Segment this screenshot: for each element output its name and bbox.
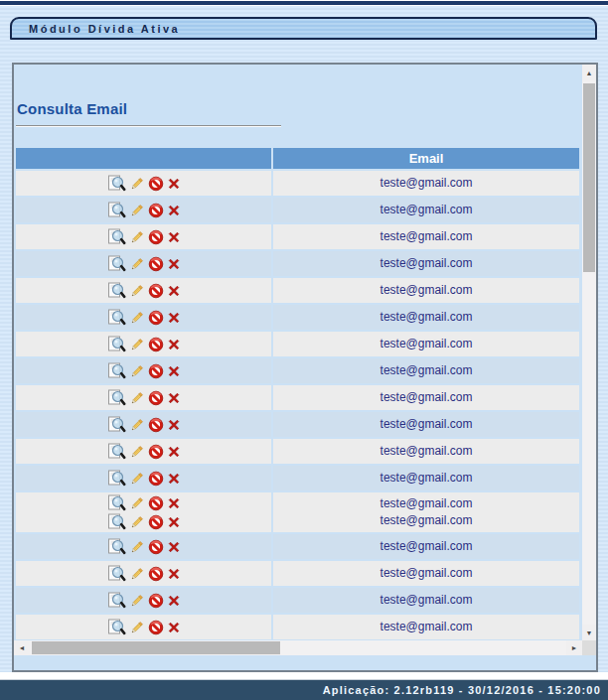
delete-x-icon[interactable] <box>167 445 181 459</box>
email-value: teste@gmail.com <box>380 255 473 272</box>
block-icon[interactable] <box>148 620 164 635</box>
row-actions-cell <box>16 332 271 356</box>
scroll-right-button[interactable]: ► <box>566 640 582 655</box>
row-action-icons <box>107 537 181 556</box>
block-icon[interactable] <box>148 176 164 192</box>
block-icon[interactable] <box>148 495 164 511</box>
edit-pencil-icon[interactable] <box>129 444 145 460</box>
row-action-icons <box>107 254 181 273</box>
preview-document-icon[interactable] <box>107 470 126 488</box>
delete-x-icon[interactable] <box>167 540 181 554</box>
block-icon[interactable] <box>148 593 164 609</box>
edit-pencil-icon[interactable] <box>129 514 145 530</box>
vertical-scrollbar[interactable]: ▲ ▼ <box>582 65 596 640</box>
horizontal-scrollbar[interactable]: ◄ ► <box>14 640 582 655</box>
email-value: teste@gmail.com <box>380 592 473 609</box>
delete-x-icon[interactable] <box>167 496 181 510</box>
delete-x-icon[interactable] <box>167 364 181 378</box>
edit-pencil-icon[interactable] <box>129 337 145 352</box>
preview-document-icon[interactable] <box>107 362 126 380</box>
delete-x-icon[interactable] <box>167 515 181 529</box>
preview-document-icon[interactable] <box>107 513 126 531</box>
email-column-label: Email <box>409 151 444 166</box>
email-table: Email teste@gmail.com teste@gmail.com te… <box>14 148 582 639</box>
preview-document-icon[interactable] <box>107 619 126 636</box>
delete-x-icon[interactable] <box>167 418 181 432</box>
delete-x-icon[interactable] <box>167 230 181 244</box>
preview-document-icon[interactable] <box>107 255 126 273</box>
block-icon[interactable] <box>148 444 164 460</box>
row-actions-cell <box>16 492 271 532</box>
preview-document-icon[interactable] <box>107 389 126 407</box>
edit-pencil-icon[interactable] <box>129 256 145 272</box>
edit-pencil-icon[interactable] <box>129 390 145 406</box>
table-row: teste@gmail.com <box>16 439 582 464</box>
email-value: teste@gmail.com <box>380 512 473 529</box>
preview-document-icon[interactable] <box>107 202 126 219</box>
edit-pencil-icon[interactable] <box>129 620 145 635</box>
edit-pencil-icon[interactable] <box>129 176 145 192</box>
title-underline <box>16 125 281 127</box>
delete-x-icon[interactable] <box>167 621 181 634</box>
block-icon[interactable] <box>148 363 164 379</box>
delete-x-icon[interactable] <box>167 472 181 486</box>
vertical-scroll-thumb[interactable] <box>583 83 595 272</box>
block-icon[interactable] <box>148 471 164 487</box>
delete-x-icon[interactable] <box>167 391 181 405</box>
edit-pencil-icon[interactable] <box>129 363 145 379</box>
edit-pencil-icon[interactable] <box>129 229 145 245</box>
block-icon[interactable] <box>148 337 164 352</box>
block-icon[interactable] <box>148 417 164 433</box>
row-email-cell: teste@gmail.com <box>273 588 579 613</box>
edit-pencil-icon[interactable] <box>129 203 145 218</box>
scrollbar-corner <box>582 640 596 655</box>
block-icon[interactable] <box>148 390 164 406</box>
delete-x-icon[interactable] <box>167 567 181 581</box>
scroll-down-button[interactable]: ▼ <box>582 625 596 640</box>
row-action-icons <box>107 308 181 327</box>
preview-document-icon[interactable] <box>107 282 126 300</box>
edit-pencil-icon[interactable] <box>129 566 145 582</box>
edit-pencil-icon[interactable] <box>129 539 145 555</box>
edit-pencil-icon[interactable] <box>129 310 145 326</box>
delete-x-icon[interactable] <box>167 338 181 351</box>
block-icon[interactable] <box>148 566 164 582</box>
delete-x-icon[interactable] <box>167 284 181 298</box>
block-icon[interactable] <box>148 283 164 299</box>
preview-document-icon[interactable] <box>107 592 126 610</box>
row-email-cell: teste@gmail.com <box>273 305 579 330</box>
preview-document-icon[interactable] <box>107 416 126 434</box>
edit-pencil-icon[interactable] <box>129 495 145 511</box>
preview-document-icon[interactable] <box>107 175 126 193</box>
row-action-icons <box>107 591 181 610</box>
block-icon[interactable] <box>148 539 164 555</box>
table-row: teste@gmail.com <box>16 534 582 559</box>
delete-x-icon[interactable] <box>167 311 181 325</box>
edit-pencil-icon[interactable] <box>129 471 145 487</box>
row-actions-cell <box>16 615 271 639</box>
block-icon[interactable] <box>148 256 164 272</box>
block-icon[interactable] <box>148 229 164 245</box>
block-icon[interactable] <box>148 514 164 530</box>
preview-document-icon[interactable] <box>107 228 126 246</box>
preview-document-icon[interactable] <box>107 494 126 512</box>
block-icon[interactable] <box>148 203 164 218</box>
block-icon[interactable] <box>148 310 164 326</box>
preview-document-icon[interactable] <box>107 336 126 353</box>
delete-x-icon[interactable] <box>167 177 181 191</box>
preview-document-icon[interactable] <box>107 565 126 583</box>
scroll-up-button[interactable]: ▲ <box>582 65 596 80</box>
delete-x-icon[interactable] <box>167 594 181 608</box>
preview-document-icon[interactable] <box>107 443 126 461</box>
preview-document-icon[interactable] <box>107 309 126 327</box>
row-action-icons <box>107 415 181 434</box>
scroll-left-button[interactable]: ◄ <box>14 640 30 655</box>
edit-pencil-icon[interactable] <box>129 417 145 433</box>
row-action-icons <box>107 512 181 531</box>
horizontal-scroll-thumb[interactable] <box>32 641 280 654</box>
preview-document-icon[interactable] <box>107 538 126 556</box>
edit-pencil-icon[interactable] <box>129 593 145 609</box>
delete-x-icon[interactable] <box>167 204 181 217</box>
edit-pencil-icon[interactable] <box>129 283 145 299</box>
delete-x-icon[interactable] <box>167 257 181 271</box>
